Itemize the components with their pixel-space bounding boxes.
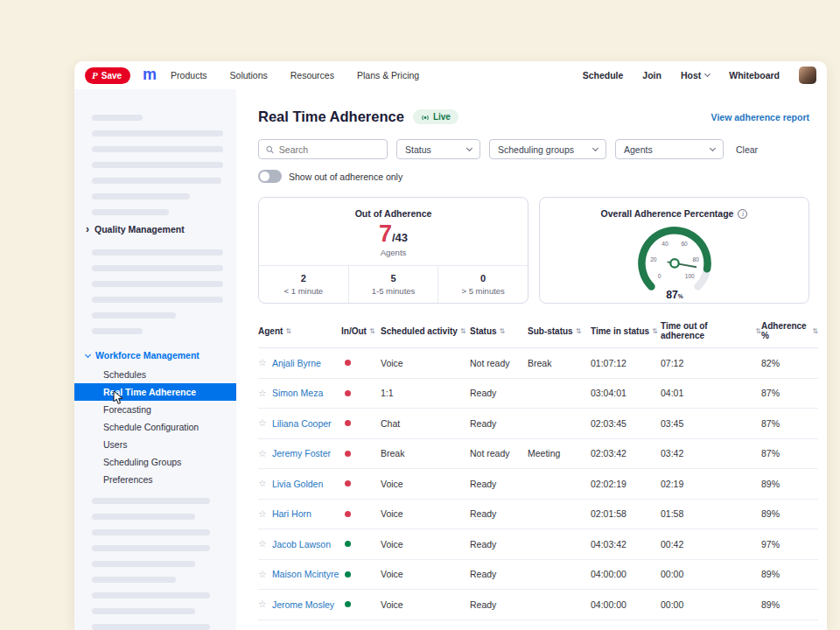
table-row[interactable]: ☆Simon Meza1:1Ready03:04:0104:0187% bbox=[258, 379, 818, 410]
skeleton-bar bbox=[92, 178, 221, 184]
search-input[interactable] bbox=[279, 144, 380, 155]
brand-logo[interactable]: m bbox=[143, 66, 157, 82]
pinterest-save-button[interactable]: P Save bbox=[85, 67, 130, 84]
dropdown-label: Status bbox=[405, 144, 431, 155]
nav-item-plans-pricing[interactable]: Plans & Pricing bbox=[357, 70, 419, 80]
live-badge: Live bbox=[413, 109, 458, 124]
cell-scheduled-activity: Voice bbox=[381, 479, 470, 489]
cell-time-in-status: 03:04:01 bbox=[591, 388, 661, 398]
sidebar: › Quality Management Workforce Managemen… bbox=[74, 89, 236, 630]
nav-label: Join bbox=[642, 70, 662, 80]
column-header[interactable]: Status⇅ bbox=[470, 321, 528, 340]
agents-label: Agents bbox=[259, 248, 528, 257]
nav-label: Whiteboard bbox=[729, 70, 780, 80]
cell-time-out-of-adherence: 07:12 bbox=[661, 358, 761, 368]
sort-icon[interactable]: ⇅ bbox=[755, 327, 761, 335]
cell-scheduled-activity: Voice bbox=[381, 358, 470, 368]
column-header[interactable]: In/Out⇅ bbox=[341, 321, 381, 340]
sidebar-item-preferences[interactable]: Preferences bbox=[74, 471, 236, 488]
column-header[interactable]: Time out of adherence⇅ bbox=[661, 321, 761, 340]
star-icon[interactable]: ☆ bbox=[258, 417, 267, 429]
nav-item-products[interactable]: Products bbox=[171, 70, 206, 80]
status-dropdown[interactable]: Status bbox=[396, 139, 480, 159]
table-row[interactable]: ☆Anjali ByrneVoiceNot readyBreak01:07:12… bbox=[258, 348, 818, 379]
nav-item-join[interactable]: Join bbox=[642, 70, 662, 80]
sort-icon[interactable]: ⇅ bbox=[460, 327, 466, 335]
table-row[interactable]: ☆Reggie PearsonVoiceReady03:30:0000:0089… bbox=[258, 620, 818, 630]
cell-adherence-percent: 82% bbox=[761, 358, 818, 368]
cell-adherence-percent: 89% bbox=[761, 569, 818, 579]
sort-icon[interactable]: ⇅ bbox=[652, 327, 658, 335]
star-icon[interactable]: ☆ bbox=[258, 388, 267, 399]
agent-name-link[interactable]: Jacob Lawson bbox=[272, 539, 331, 550]
sidebar-section-workforce-management[interactable]: Workforce Management bbox=[74, 341, 236, 366]
nav-item-schedule[interactable]: Schedule bbox=[583, 70, 624, 80]
table-row[interactable]: ☆Jacob LawsonVoiceReady04:03:4200:4297% bbox=[258, 529, 818, 560]
out-of-adherence-toggle[interactable] bbox=[258, 170, 282, 183]
agents-dropdown[interactable]: Agents bbox=[615, 139, 724, 159]
clear-filters-button[interactable]: Clear bbox=[736, 144, 758, 155]
sort-icon[interactable]: ⇅ bbox=[576, 327, 582, 335]
mouse-cursor-icon bbox=[113, 390, 123, 405]
sort-icon[interactable]: ⇅ bbox=[812, 327, 818, 335]
agent-name-link[interactable]: Maison Mcintyre bbox=[272, 569, 339, 579]
sidebar-item-real-time-adherence[interactable]: Real Time Adherence bbox=[74, 383, 236, 401]
table-row[interactable]: ☆Liliana CooperChatReady02:03:4503:4587% bbox=[258, 409, 818, 439]
agent-name-link[interactable]: Simon Meza bbox=[272, 388, 323, 398]
table-row[interactable]: ☆Hari HornVoiceReady02:01:5801:5889% bbox=[258, 500, 818, 530]
column-header[interactable]: Sub-status⇅ bbox=[528, 321, 591, 340]
sidebar-section-quality-management[interactable]: › Quality Management bbox=[74, 215, 236, 240]
nav-item-resources[interactable]: Resources bbox=[290, 70, 334, 80]
column-header[interactable]: Agent⇅ bbox=[258, 321, 341, 340]
search-box[interactable] bbox=[258, 139, 388, 159]
sidebar-item-schedules[interactable]: Schedules bbox=[74, 366, 236, 383]
sidebar-item-schedule-configuration[interactable]: Schedule Configuration bbox=[74, 418, 236, 436]
bucket-value: 0 bbox=[438, 273, 528, 284]
star-icon[interactable]: ☆ bbox=[258, 478, 267, 489]
sort-icon[interactable]: ⇅ bbox=[369, 327, 375, 335]
nav-item-whiteboard[interactable]: Whiteboard bbox=[729, 70, 780, 80]
sort-icon[interactable]: ⇅ bbox=[285, 327, 291, 335]
star-icon[interactable]: ☆ bbox=[258, 538, 267, 550]
info-icon[interactable]: i bbox=[738, 209, 747, 219]
agent-name-link[interactable]: Jerome Mosley bbox=[272, 599, 334, 610]
sidebar-item-forecasting[interactable]: Forecasting bbox=[74, 401, 236, 418]
agent-name-link[interactable]: Hari Horn bbox=[272, 508, 312, 519]
agent-name-link[interactable]: Anjali Byrne bbox=[272, 358, 321, 368]
column-header-label: Scheduled activity bbox=[381, 326, 458, 336]
cell-inout bbox=[341, 390, 381, 396]
nav-item-host[interactable]: Host bbox=[681, 70, 710, 80]
toggle-label: Show out of adherence only bbox=[289, 172, 402, 182]
user-avatar[interactable] bbox=[799, 66, 816, 84]
table-row[interactable]: ☆Jerome MosleyVoiceReady04:00:0000:0089% bbox=[258, 590, 818, 620]
agent-name-link[interactable]: Jeremy Foster bbox=[272, 448, 331, 458]
cell-adherence-percent: 89% bbox=[761, 599, 818, 610]
column-header[interactable]: Time in status⇅ bbox=[591, 321, 661, 340]
table-row[interactable]: ☆Jeremy FosterBreakNot readyMeeting02:03… bbox=[258, 439, 818, 470]
scheduling-groups-dropdown[interactable]: Scheduling groups bbox=[489, 139, 606, 159]
column-header[interactable]: Adherence %⇅ bbox=[761, 321, 818, 340]
gauge-tick: 60 bbox=[681, 241, 688, 247]
cell-scheduled-activity: Voice bbox=[381, 569, 470, 579]
agent-name-link[interactable]: Livia Golden bbox=[272, 479, 323, 489]
nav-label: Schedule bbox=[583, 70, 624, 80]
table-row[interactable]: ☆Livia GoldenVoiceReady02:02:1902:1989% bbox=[258, 469, 818, 500]
star-icon[interactable]: ☆ bbox=[258, 598, 267, 610]
star-icon[interactable]: ☆ bbox=[258, 357, 267, 368]
skeleton-bar bbox=[92, 312, 176, 318]
nav-item-solutions[interactable]: Solutions bbox=[230, 70, 268, 80]
table-body: ☆Anjali ByrneVoiceNot readyBreak01:07:12… bbox=[258, 348, 818, 630]
cell-time-out-of-adherence: 00:42 bbox=[661, 539, 761, 550]
star-icon[interactable]: ☆ bbox=[258, 569, 267, 580]
star-icon[interactable]: ☆ bbox=[258, 448, 267, 459]
column-header[interactable]: Scheduled activity⇅ bbox=[381, 321, 470, 340]
sidebar-item-scheduling-groups[interactable]: Scheduling Groups bbox=[74, 453, 236, 471]
sidebar-item-users[interactable]: Users bbox=[74, 436, 236, 453]
skeleton-bar bbox=[92, 115, 143, 121]
sort-icon[interactable]: ⇅ bbox=[500, 327, 506, 335]
view-adherence-report-link[interactable]: View adherence report bbox=[711, 112, 809, 122]
agent-name-link[interactable]: Liliana Cooper bbox=[272, 418, 332, 429]
star-icon[interactable]: ☆ bbox=[258, 508, 267, 520]
table-row[interactable]: ☆Maison McintyreVoiceReady04:00:0000:008… bbox=[258, 560, 818, 591]
top-navigation: P Save m Products Solutions Resources Pl… bbox=[74, 61, 827, 89]
